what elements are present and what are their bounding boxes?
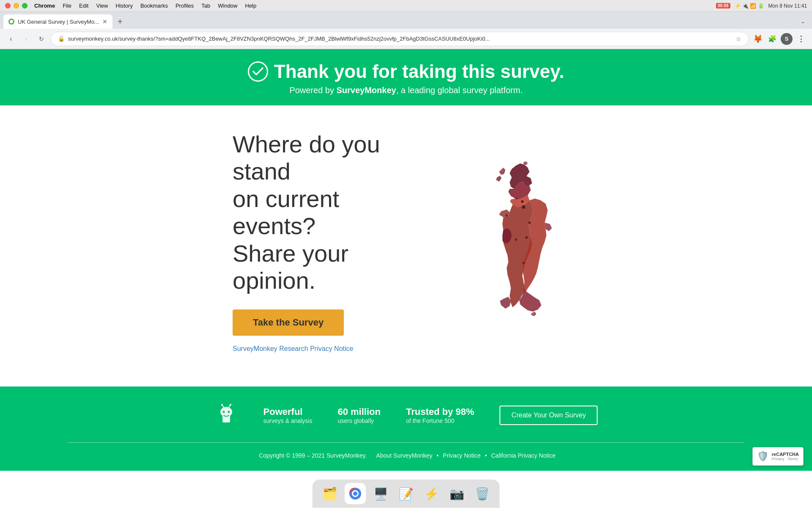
dock-notes[interactable]: 📝	[395, 483, 417, 504]
create-survey-button[interactable]: Create Your Own Survey	[499, 406, 598, 425]
menu-edit[interactable]: Edit	[79, 3, 88, 9]
dock-trash[interactable]: 🗑️	[472, 483, 493, 504]
stat-trusted-main: Trusted by 98%	[406, 406, 474, 417]
trusted-pct: 98%	[455, 406, 474, 417]
trusted-prefix: Trusted by	[406, 406, 455, 417]
thank-you-title: Thank you for taking this survey.	[0, 61, 812, 82]
footer-banner: Powerful surveys & analysis 60 million u…	[0, 387, 812, 471]
puzzle-icon[interactable]: 🧩	[766, 33, 778, 45]
recaptcha-label: reCAPTCHA Privacy - Terms	[772, 452, 799, 461]
forward-button[interactable]: ›	[20, 33, 32, 45]
dock: 🗂️ 🖥️ 📝 ⚡ 📷 🗑️	[312, 479, 500, 508]
heading-line1: Where do you stand	[233, 131, 380, 185]
chrome-toolbar-icons: 🦊 🧩 S ⋮	[752, 33, 807, 45]
copyright-text: Copyright © 1999 – 2021 SurveyMonkey.	[259, 452, 367, 459]
clock: Mon 8 Nov 11:41	[768, 3, 807, 9]
tab-title: UK General Survey | SurveyMo...	[18, 19, 99, 25]
surveymonkey-logo	[214, 403, 238, 427]
menu-history[interactable]: History	[115, 3, 132, 9]
dock-voltrix[interactable]: ⚡	[421, 483, 442, 504]
traffic-lights[interactable]	[5, 3, 27, 8]
lock-icon: 🔒	[58, 36, 65, 42]
menu-file[interactable]: File	[63, 3, 71, 9]
main-content: Where do you stand on current events? Sh…	[0, 105, 812, 387]
subtitle-brand: SurveyMonkey	[336, 86, 396, 95]
stat-powerful-sub: surveys & analysis	[263, 417, 313, 424]
heading-line2: on current events?	[233, 185, 339, 239]
macos-right: 00:59 ⚡ 🔌 📶 🔋 Mon 8 Nov 11:41	[716, 3, 807, 9]
page-wrapper: Thank you for taking this survey. Powere…	[0, 49, 812, 471]
take-survey-button[interactable]: Take the Survey	[233, 309, 344, 336]
menu-view[interactable]: View	[96, 3, 108, 9]
footer-stat-trusted: Trusted by 98% of the Fortune 500	[406, 406, 474, 424]
bullet1: •	[436, 452, 440, 459]
chrome-tabs-bar: UK General Survey | SurveyMo... ✕ + ⌄	[0, 12, 812, 29]
svg-point-12	[221, 404, 223, 406]
menu-bookmarks[interactable]: Bookmarks	[140, 3, 168, 9]
about-link[interactable]: About SurveyMonkey	[376, 452, 432, 459]
svg-point-7	[521, 200, 524, 203]
address-field[interactable]: 🔒 surveymonkey.co.uk/survey-thanks/?sm=a…	[51, 32, 749, 46]
close-tab-button[interactable]: ✕	[102, 18, 107, 25]
stat-powerful-main: Powerful	[263, 406, 313, 417]
california-privacy-link[interactable]: California Privacy Notice	[491, 452, 556, 459]
menu-profiles[interactable]: Profiles	[176, 3, 194, 9]
bookmark-icon[interactable]: ☆	[736, 36, 741, 42]
profile-avatar[interactable]: S	[781, 33, 793, 45]
dock-finder[interactable]: 🗂️	[319, 483, 340, 504]
subtitle-suffix: , a leading global survey platform.	[396, 86, 523, 95]
thank-you-banner: Thank you for taking this survey. Powere…	[0, 49, 812, 105]
dock-chrome[interactable]	[345, 483, 366, 504]
privacy-link[interactable]: Privacy Notice	[443, 452, 480, 459]
stat-trusted-sub: of the Fortune 500	[406, 417, 474, 424]
svg-point-8	[516, 198, 518, 199]
more-options-button[interactable]: ⋮	[795, 33, 807, 45]
thank-you-text: Thank you for taking this survey.	[274, 61, 564, 82]
footer-stats: Powerful surveys & analysis 60 million u…	[0, 403, 812, 442]
svg-point-1	[522, 205, 525, 209]
svg-point-10	[228, 411, 230, 413]
recaptcha-badge: 🛡️ reCAPTCHA Privacy - Terms	[752, 447, 804, 466]
macos-menu-bar: Chrome File Edit View History Bookmarks …	[0, 0, 812, 12]
thank-you-subtitle: Powered by SurveyMonkey, a leading globa…	[0, 86, 812, 95]
heading-line3: Share your opinion.	[233, 240, 348, 294]
extensions-icon[interactable]: 🦊	[752, 33, 764, 45]
address-text: surveymonkey.co.uk/survey-thanks/?sm=add…	[68, 36, 732, 42]
main-heading: Where do you stand on current events? Sh…	[233, 131, 410, 294]
maximize-window-button[interactable]	[22, 3, 27, 8]
stat-users-sub: users globally	[337, 417, 380, 424]
main-text: Where do you stand on current events? Sh…	[233, 131, 410, 353]
dock-preview[interactable]: 📷	[446, 483, 467, 504]
menu-chrome[interactable]: Chrome	[34, 3, 55, 9]
close-window-button[interactable]	[5, 3, 11, 8]
menu-window[interactable]: Window	[218, 3, 237, 9]
svg-point-4	[522, 262, 525, 264]
new-tab-button[interactable]: +	[114, 14, 126, 29]
footer-links: Copyright © 1999 – 2021 SurveyMonkey. Ab…	[0, 443, 812, 471]
menu-help[interactable]: Help	[245, 3, 257, 9]
bullet2: •	[485, 452, 488, 459]
svg-point-2	[528, 221, 531, 224]
active-tab[interactable]: UK General Survey | SurveyMo... ✕	[3, 14, 112, 29]
svg-point-6	[505, 214, 508, 217]
svg-point-0	[10, 20, 13, 23]
tab-favicon	[8, 19, 14, 25]
refresh-button[interactable]: ↻	[36, 33, 47, 45]
dock-terminal[interactable]: 🖥️	[370, 483, 391, 504]
privacy-notice-link[interactable]: SurveyMonkey Research Privacy Notice	[233, 345, 353, 352]
system-icons: ⚡ 🔌 📶 🔋	[735, 3, 764, 9]
svg-point-14	[230, 404, 231, 406]
footer-stat-powerful: Powerful surveys & analysis	[263, 406, 313, 424]
svg-point-17	[353, 491, 357, 496]
tab-expand-button[interactable]: ⌄	[797, 15, 809, 27]
recaptcha-logo-icon: 🛡️	[757, 451, 768, 462]
check-icon	[248, 61, 268, 82]
macos-menu[interactable]: Chrome File Edit View History Bookmarks …	[34, 3, 256, 9]
menu-tab[interactable]: Tab	[201, 3, 210, 9]
macos-left: Chrome File Edit View History Bookmarks …	[5, 3, 256, 9]
minimize-window-button[interactable]	[14, 3, 19, 8]
chrome-address-bar: ‹ › ↻ 🔒 surveymonkey.co.uk/survey-thanks…	[0, 29, 812, 49]
svg-point-5	[515, 238, 517, 241]
back-button[interactable]: ‹	[5, 33, 17, 45]
battery-badge: 00:59	[716, 3, 730, 8]
